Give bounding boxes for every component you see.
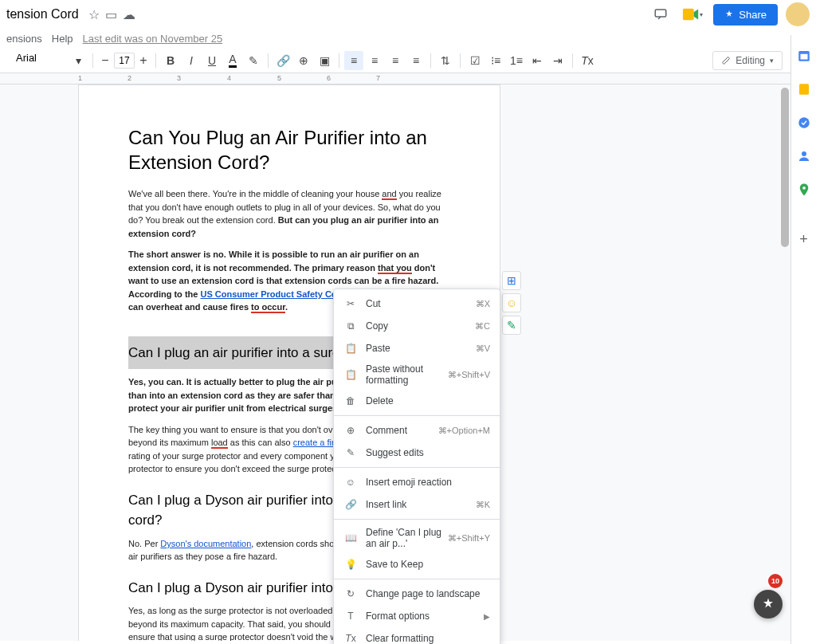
context-menu: ✂Cut⌘X ⧉Copy⌘C 📋Paste⌘V 📋Paste without f… xyxy=(333,289,500,644)
image-button[interactable]: ▣ xyxy=(315,51,334,70)
cm-paste[interactable]: 📋Paste⌘V xyxy=(334,337,500,359)
svg-rect-1 xyxy=(683,9,694,21)
suggest-icon[interactable]: ✎ xyxy=(502,316,521,335)
menu-bar: ensions Help Last edit was on November 2… xyxy=(0,29,816,48)
toolbar: Arial ▾ − + B I U A ✎ 🔗 ⊕ ▣ ≡ ≡ ≡ ≡ ⇅ ☑ … xyxy=(0,48,816,73)
format-icon: T xyxy=(343,609,358,623)
underline-button[interactable]: U xyxy=(202,51,222,70)
cm-clear[interactable]: TxClear formatting xyxy=(334,627,500,644)
comment-history-button[interactable] xyxy=(649,3,672,26)
keep-icon: 💡 xyxy=(343,557,358,571)
bold-button[interactable]: B xyxy=(161,51,180,70)
paste-nf-icon: 📋 xyxy=(343,367,358,382)
highlight-button[interactable]: ✎ xyxy=(244,51,263,70)
notification-badge[interactable]: 10 xyxy=(768,574,783,588)
align-right-button[interactable]: ≡ xyxy=(386,51,405,70)
numbered-list-button[interactable]: 1≡ xyxy=(507,51,526,70)
text-color-button[interactable]: A xyxy=(223,51,242,70)
clear-icon: Tx xyxy=(343,631,358,644)
italic-button[interactable]: I xyxy=(182,51,201,70)
cm-emoji[interactable]: ☺Insert emoji reaction xyxy=(334,471,500,493)
link-icon: 🔗 xyxy=(343,497,358,512)
rotate-icon: ↻ xyxy=(343,587,358,601)
star-icon[interactable]: ☆ xyxy=(88,8,100,21)
paste-icon: 📋 xyxy=(343,341,358,355)
doc-title[interactable]: tension Cord xyxy=(6,7,79,22)
last-edit-link[interactable]: Last edit was on November 25 xyxy=(83,33,223,45)
align-center-button[interactable]: ≡ xyxy=(365,51,384,70)
indent-button[interactable]: ⇥ xyxy=(548,51,567,70)
cut-icon: ✂ xyxy=(343,296,358,311)
link-dyson-doc[interactable]: Dyson's documentation xyxy=(160,539,251,548)
clear-format-button[interactable]: Tx xyxy=(578,51,597,70)
font-size-input[interactable] xyxy=(114,53,135,69)
header-bar: tension Cord ☆ ▭ ☁ ▾ Share xyxy=(0,0,816,29)
suggestion-icons: ⊞ ☺ ✎ xyxy=(502,271,521,335)
copy-icon: ⧉ xyxy=(343,319,358,333)
comment-icon: ⊕ xyxy=(343,423,358,438)
keep-icon[interactable] xyxy=(796,81,812,97)
cm-save[interactable]: 💡Save to Keep xyxy=(334,553,500,575)
avatar[interactable] xyxy=(786,2,810,26)
editing-mode-button[interactable]: Editing ▾ xyxy=(712,51,783,70)
cm-cut[interactable]: ✂Cut⌘X xyxy=(334,293,500,315)
align-left-button[interactable]: ≡ xyxy=(344,51,363,70)
cm-paste-nf[interactable]: 📋Paste without formatting⌘+Shift+V xyxy=(334,359,500,390)
font-select[interactable]: Arial xyxy=(16,52,67,69)
menu-help[interactable]: Help xyxy=(52,33,73,45)
add-comment-button[interactable]: ⊕ xyxy=(294,51,313,70)
font-dropdown-icon[interactable]: ▾ xyxy=(69,51,88,70)
menu-extensions[interactable]: ensions xyxy=(6,33,42,45)
bullet-list-button[interactable]: ⁝≡ xyxy=(486,51,505,70)
paragraph: We've all been there. You're in the midd… xyxy=(128,187,450,240)
align-justify-button[interactable]: ≡ xyxy=(406,51,426,70)
cm-landscape[interactable]: ↻Change page to landscape xyxy=(334,583,500,605)
cm-suggest[interactable]: ✎Suggest edits xyxy=(334,442,500,464)
cloud-icon[interactable]: ☁ xyxy=(123,8,135,21)
meet-button[interactable]: ▾ xyxy=(680,3,705,26)
move-folder-icon[interactable]: ▭ xyxy=(105,8,118,21)
cm-copy[interactable]: ⧉Copy⌘C xyxy=(334,315,500,337)
share-button[interactable]: Share xyxy=(713,4,778,26)
emoji-icon: ☺ xyxy=(343,475,358,489)
define-icon: 📖 xyxy=(343,531,358,545)
add-addon-button[interactable]: + xyxy=(799,231,808,248)
scrollbar[interactable] xyxy=(781,88,789,247)
svg-point-5 xyxy=(798,117,810,128)
cm-define[interactable]: 📖Define 'Can I plug an air p...'⌘+Shift+… xyxy=(334,523,500,553)
explore-button[interactable] xyxy=(754,590,783,618)
ruler[interactable]: 1 2 3 4 5 6 7 xyxy=(0,73,816,84)
add-comment-icon[interactable]: ⊞ xyxy=(502,271,521,290)
calendar-icon[interactable] xyxy=(796,48,812,64)
cm-format[interactable]: TFormat options▶ xyxy=(334,605,500,627)
outdent-button[interactable]: ⇤ xyxy=(528,51,547,70)
tasks-icon[interactable] xyxy=(796,115,812,131)
suggest-edits-icon: ✎ xyxy=(343,446,358,460)
svg-point-7 xyxy=(802,187,806,190)
svg-rect-3 xyxy=(800,54,807,60)
heading-1: Can You Plug an Air Purifier into an Ext… xyxy=(128,125,450,175)
font-size-minus[interactable]: − xyxy=(98,51,112,70)
delete-icon: 🗑 xyxy=(343,394,358,408)
contacts-icon[interactable] xyxy=(796,148,812,164)
svg-rect-4 xyxy=(799,84,809,95)
svg-point-6 xyxy=(802,151,806,156)
line-spacing-button[interactable]: ⇅ xyxy=(436,51,455,70)
maps-icon[interactable] xyxy=(796,182,812,198)
cm-link[interactable]: 🔗Insert link⌘K xyxy=(334,493,500,516)
cm-delete[interactable]: 🗑Delete xyxy=(334,390,500,412)
emoji-reaction-icon[interactable]: ☺ xyxy=(502,293,521,312)
checklist-button[interactable]: ☑ xyxy=(465,51,484,70)
link-button[interactable]: 🔗 xyxy=(273,51,292,70)
svg-rect-0 xyxy=(656,10,667,17)
cm-comment[interactable]: ⊕Comment⌘+Option+M xyxy=(334,419,500,442)
side-panel: + xyxy=(790,35,816,644)
font-size-plus[interactable]: + xyxy=(136,51,151,70)
